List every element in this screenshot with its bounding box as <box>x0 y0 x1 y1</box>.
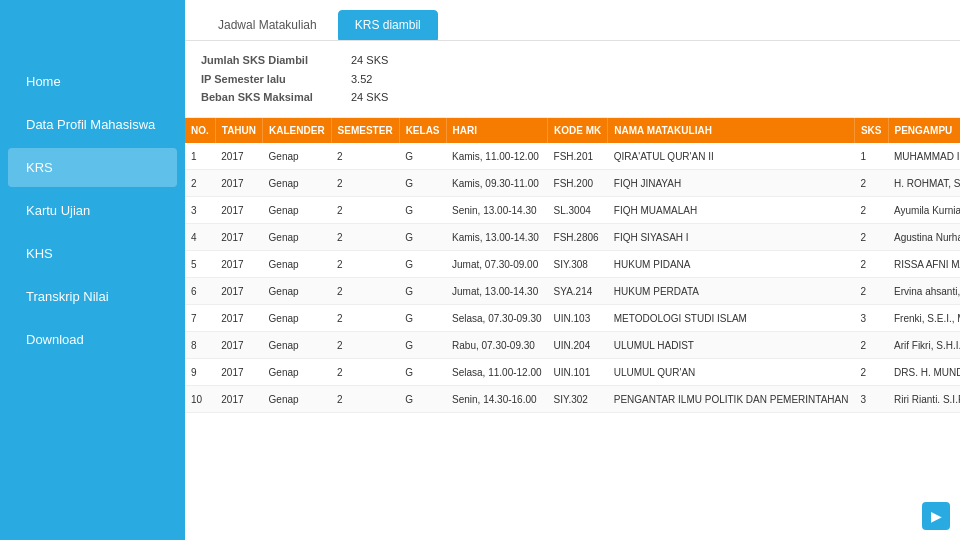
col-pengampu: PENGAMPU <box>888 118 960 143</box>
col-sks: SKS <box>854 118 888 143</box>
col-kalender: KALENDER <box>263 118 332 143</box>
col-no: NO. <box>185 118 215 143</box>
sidebar-khs-label: KHS <box>26 246 53 261</box>
main-content: Jadwal Matakuliah KRS diambil Jumlah SKS… <box>185 0 960 540</box>
table-row: 3 2017 Genap 2 G Senin, 13.00-14.30 SL.3… <box>185 197 960 224</box>
sidebar-item-transkrip[interactable]: Transkrip Nilai <box>8 277 177 316</box>
col-semester: SEMESTER <box>331 118 399 143</box>
col-nama: NAMA MATAKULIAH <box>608 118 855 143</box>
sidebar-kartu-label: Kartu Ujian <box>26 203 90 218</box>
sidebar-krs-label: KRS <box>26 160 53 175</box>
tab-krs-diambil[interactable]: KRS diambil <box>338 10 438 40</box>
next-page-button[interactable]: ▶ <box>922 502 950 530</box>
sidebar: Home Data Profil Mahasiswa KRS Kartu Uji… <box>0 0 185 540</box>
table-row: 1 2017 Genap 2 G Kamis, 11.00-12.00 FSH.… <box>185 143 960 170</box>
table-row: 2 2017 Genap 2 G Kamis, 09.30-11.00 FSH.… <box>185 170 960 197</box>
col-kode: KODE MK <box>548 118 608 143</box>
table-container[interactable]: NO. TAHUN KALENDER SEMESTER KELAS HARI K… <box>185 118 960 540</box>
sidebar-download-label: Download <box>26 332 84 347</box>
sidebar-home-label: Home <box>26 74 61 89</box>
col-kelas: KELAS <box>399 118 446 143</box>
sidebar-item-home[interactable]: Home <box>8 62 177 101</box>
sidebar-item-khs[interactable]: KHS <box>8 234 177 273</box>
sidebar-profil-label: Data Profil Mahasiswa <box>26 117 155 132</box>
sidebar-item-data-profil[interactable]: Data Profil Mahasiswa <box>8 105 177 144</box>
tab-bar: Jadwal Matakuliah KRS diambil <box>185 0 960 41</box>
table-row: 5 2017 Genap 2 G Jumat, 07.30-09.00 SIY.… <box>185 251 960 278</box>
krs-table: NO. TAHUN KALENDER SEMESTER KELAS HARI K… <box>185 118 960 413</box>
sidebar-item-kartu-ujian[interactable]: Kartu Ujian <box>8 191 177 230</box>
summary-row-3: Beban SKS Maksimal 24 SKS <box>201 88 944 107</box>
summary-section: Jumlah SKS Diambil 24 SKS IP Semester la… <box>185 41 960 118</box>
table-row: 7 2017 Genap 2 G Selasa, 07.30-09.30 UIN… <box>185 305 960 332</box>
table-row: 10 2017 Genap 2 G Senin, 14.30-16.00 SIY… <box>185 386 960 413</box>
sidebar-item-krs[interactable]: KRS <box>8 148 177 187</box>
sidebar-transkrip-label: Transkrip Nilai <box>26 289 109 304</box>
content-area: NO. TAHUN KALENDER SEMESTER KELAS HARI K… <box>185 118 960 540</box>
tab-jadwal[interactable]: Jadwal Matakuliah <box>201 10 334 40</box>
summary-row-1: Jumlah SKS Diambil 24 SKS <box>201 51 944 70</box>
col-tahun: TAHUN <box>215 118 262 143</box>
table-row: 6 2017 Genap 2 G Jumat, 13.00-14.30 SYA.… <box>185 278 960 305</box>
summary-row-2: IP Semester lalu 3.52 <box>201 70 944 89</box>
col-hari: HARI <box>446 118 548 143</box>
table-row: 8 2017 Genap 2 G Rabu, 07.30-09.30 UIN.2… <box>185 332 960 359</box>
table-row: 9 2017 Genap 2 G Selasa, 11.00-12.00 UIN… <box>185 359 960 386</box>
table-header-row: NO. TAHUN KALENDER SEMESTER KELAS HARI K… <box>185 118 960 143</box>
table-row: 4 2017 Genap 2 G Kamis, 13.00-14.30 FSH.… <box>185 224 960 251</box>
sidebar-item-download[interactable]: Download <box>8 320 177 359</box>
